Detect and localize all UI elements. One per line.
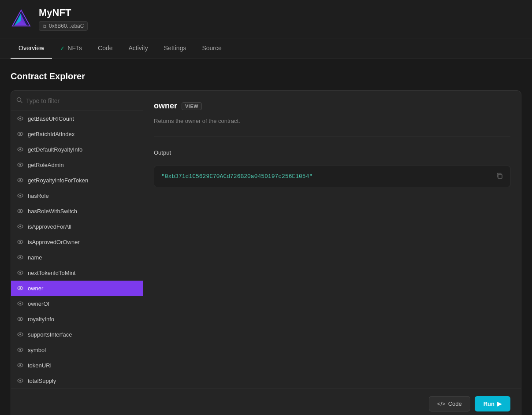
svg-point-24 [19, 241, 21, 243]
tab-activity[interactable]: Activity [121, 38, 156, 59]
eye-icon [17, 300, 23, 307]
fn-label: getDefaultRoyaltyInfo [28, 146, 82, 153]
tab-settings-label: Settings [164, 44, 186, 52]
fn-item-nextTokenIdToMint[interactable]: nextTokenIdToMint [11, 265, 143, 281]
fn-label: supportsInterface [28, 331, 72, 338]
fn-item-tokenURI[interactable]: tokenURI [11, 358, 143, 373]
tab-code[interactable]: Code [90, 38, 120, 59]
fn-label: tokenURI [28, 362, 52, 369]
fn-item-isApprovedForAll[interactable]: isApprovedForAll [11, 219, 143, 234]
run-button[interactable]: Run ▶ [475, 396, 510, 411]
svg-point-28 [19, 272, 21, 274]
output-box: "0xb371d1C5629C70ACd726B20a045D197c256E1… [154, 166, 510, 187]
tab-nfts-label: NFTs [67, 44, 82, 52]
search-input[interactable] [26, 97, 138, 104]
header-info: MyNFT ⧉ 0x6B60...ebaC [39, 7, 88, 31]
fn-item-getBatchIdAtIndex[interactable]: getBatchIdAtIndex [11, 126, 143, 142]
eye-icon [17, 316, 23, 322]
svg-rect-43 [498, 174, 502, 178]
eye-icon [17, 223, 23, 230]
fn-item-owner[interactable]: owner [11, 281, 143, 296]
eye-icon [17, 378, 23, 384]
section-title: Contract Explorer [11, 71, 521, 82]
fn-item-royaltyInfo[interactable]: royaltyInfo [11, 311, 143, 327]
tab-code-label: Code [98, 44, 112, 52]
function-badge: VIEW [182, 102, 202, 110]
tab-nfts[interactable]: ✓ NFTs [52, 38, 90, 59]
svg-point-16 [19, 179, 21, 181]
eye-icon [17, 177, 23, 184]
panel-footer: </> Code Run ▶ [11, 389, 521, 415]
eye-icon [17, 115, 23, 122]
eye-icon [17, 208, 23, 215]
tab-source-label: Source [202, 44, 221, 52]
eye-icon [17, 347, 23, 353]
fn-label: isApprovedOrOwner [28, 239, 80, 245]
svg-point-20 [19, 210, 21, 212]
tab-overview[interactable]: Overview [11, 38, 52, 59]
fn-label: name [28, 254, 42, 261]
eye-icon [17, 131, 23, 137]
function-list: getBaseURICount getBatchIdAtIndex getDef… [11, 111, 143, 389]
eye-icon [17, 239, 23, 245]
code-button-label: Code [448, 400, 462, 407]
fn-label: hasRole [28, 193, 49, 199]
fn-item-hasRole[interactable]: hasRole [11, 188, 143, 204]
eye-icon [17, 270, 23, 276]
svg-line-6 [21, 101, 22, 103]
sidebar: getBaseURICount getBatchIdAtIndex getDef… [11, 91, 143, 389]
fn-item-isApprovedOrOwner[interactable]: isApprovedOrOwner [11, 234, 143, 250]
fn-label: owner [28, 285, 43, 292]
search-bar [11, 91, 143, 111]
fn-label: symbol [28, 347, 46, 353]
svg-point-8 [19, 118, 21, 119]
svg-point-22 [19, 226, 21, 227]
fn-item-hasRoleWithSwitch[interactable]: hasRoleWithSwitch [11, 204, 143, 219]
contract-address[interactable]: ⧉ 0x6B60...ebaC [39, 21, 88, 31]
run-arrow-icon: ▶ [497, 400, 502, 407]
fn-label: nextTokenIdToMint [28, 270, 75, 276]
fn-item-symbol[interactable]: symbol [11, 342, 143, 358]
fn-item-totalSupply[interactable]: totalSupply [11, 373, 143, 389]
fn-label: getRoyaltyInfoForToken [28, 177, 88, 184]
code-button[interactable]: </> Code [429, 396, 470, 411]
header: MyNFT ⧉ 0x6B60...ebaC [0, 0, 532, 38]
copy-output-icon[interactable] [496, 172, 503, 181]
explorer-panel: getBaseURICount getBatchIdAtIndex getDef… [11, 90, 521, 415]
fn-item-supportsInterface[interactable]: supportsInterface [11, 327, 143, 342]
eye-icon [17, 193, 23, 199]
code-brackets-icon: </> [437, 400, 446, 407]
svg-point-38 [19, 349, 21, 351]
fn-item-getDefaultRoyaltyInfo[interactable]: getDefaultRoyaltyInfo [11, 142, 143, 157]
fn-item-getRoyaltyInfoForToken[interactable]: getRoyaltyInfoForToken [11, 173, 143, 188]
svg-point-10 [19, 133, 21, 135]
fn-item-getRoleAdmin[interactable]: getRoleAdmin [11, 157, 143, 173]
eye-icon [17, 285, 23, 292]
tab-settings[interactable]: Settings [156, 38, 194, 59]
fn-item-name[interactable]: name [11, 250, 143, 265]
tab-overview-label: Overview [19, 44, 44, 52]
function-header: owner VIEW [154, 101, 510, 111]
fn-item-ownerOf[interactable]: ownerOf [11, 296, 143, 311]
eye-icon [17, 254, 23, 261]
app-title: MyNFT [39, 7, 88, 19]
run-button-label: Run [484, 400, 495, 407]
fn-label: getBaseURICount [28, 115, 74, 122]
svg-point-36 [19, 333, 21, 335]
fn-item-getBaseURICount[interactable]: getBaseURICount [11, 111, 143, 126]
app-logo [11, 8, 32, 30]
tab-source[interactable]: Source [194, 38, 229, 59]
divider [154, 137, 510, 137]
svg-point-34 [19, 318, 21, 320]
svg-point-42 [19, 380, 21, 382]
svg-point-30 [19, 287, 21, 289]
nav: Overview ✓ NFTs Code Activity Settings S… [0, 38, 532, 59]
eye-icon [17, 362, 23, 369]
fn-label: royaltyInfo [28, 316, 54, 322]
svg-point-26 [19, 256, 21, 258]
svg-point-40 [19, 364, 21, 366]
search-icon [16, 97, 22, 104]
nfts-check-icon: ✓ [60, 45, 65, 52]
copy-address-icon: ⧉ [43, 23, 46, 29]
tab-activity-label: Activity [129, 44, 148, 52]
